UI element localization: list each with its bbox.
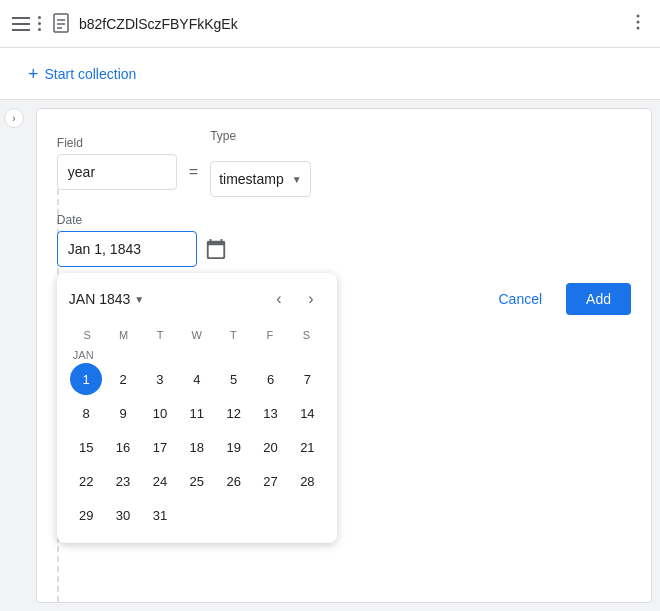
weekday-wed: W — [179, 325, 216, 345]
calendar-day[interactable]: 9 — [107, 397, 139, 429]
weekday-sun: S — [69, 325, 106, 345]
calendar-chevron-icon: ▼ — [134, 294, 144, 305]
field-type-row: Field = Type timestamp ▼ — [57, 129, 631, 197]
calendar-day[interactable]: 30 — [107, 499, 139, 531]
calendar-day[interactable]: 19 — [218, 431, 250, 463]
top-bar-icons — [12, 16, 41, 31]
calendar-day[interactable]: 12 — [218, 397, 250, 429]
weekday-fri: F — [252, 325, 289, 345]
calendar-day[interactable]: 26 — [218, 465, 250, 497]
document-icon — [53, 13, 71, 35]
calendar-next-button[interactable]: › — [297, 285, 325, 313]
calendar-day[interactable]: 27 — [255, 465, 287, 497]
equals-sign: = — [189, 163, 198, 181]
type-select-text: timestamp — [219, 171, 284, 187]
more-options-icon[interactable] — [628, 12, 648, 36]
calendar-day[interactable]: 3 — [144, 363, 176, 395]
date-input-row — [57, 231, 631, 267]
weekday-sat: S — [288, 325, 325, 345]
calendar-day[interactable]: 5 — [218, 363, 250, 395]
calendar-month-label: JAN — [73, 349, 325, 361]
calendar-day — [291, 499, 323, 531]
weekday-thu: T — [215, 325, 252, 345]
start-collection-label: Start collection — [45, 66, 137, 82]
calendar-day[interactable]: 4 — [181, 363, 213, 395]
calendar-day[interactable]: 10 — [144, 397, 176, 429]
weekday-tue: T — [142, 325, 179, 345]
svg-point-5 — [637, 20, 640, 23]
date-section: Date JAN 1843 ▼ ‹ — [57, 213, 631, 267]
calendar-weekdays: S M T W T F S — [69, 325, 325, 345]
calendar-icon-button[interactable] — [205, 238, 227, 260]
vertical-dots-icon[interactable] — [38, 16, 41, 31]
calendar-month-year-text: JAN 1843 — [69, 291, 130, 307]
main-content: › Field = Type timestamp ▼ Date — [0, 100, 660, 611]
calendar-day[interactable]: 1 — [70, 363, 102, 395]
plus-icon: + — [28, 65, 39, 83]
calendar-day[interactable]: 15 — [70, 431, 102, 463]
start-collection-button[interactable]: + Start collection — [16, 57, 148, 91]
calendar-day — [218, 499, 250, 531]
tab-title: b82fCZDlSczFBYFkKgEk — [79, 16, 620, 32]
calendar-day[interactable]: 14 — [291, 397, 323, 429]
chevron-down-icon: ▼ — [292, 174, 302, 185]
calendar-day[interactable]: 24 — [144, 465, 176, 497]
calendar-header: JAN 1843 ▼ ‹ › — [69, 285, 325, 313]
cancel-button[interactable]: Cancel — [482, 283, 558, 315]
calendar-day[interactable]: 20 — [255, 431, 287, 463]
field-column: Field — [57, 136, 177, 190]
calendar-day[interactable]: 18 — [181, 431, 213, 463]
calendar-day[interactable]: 16 — [107, 431, 139, 463]
calendar-day[interactable]: 22 — [70, 465, 102, 497]
svg-point-4 — [637, 14, 640, 17]
hamburger-icon[interactable] — [12, 17, 30, 31]
type-select[interactable]: timestamp ▼ — [210, 161, 310, 197]
side-toggle: › — [0, 100, 28, 611]
field-label: Field — [57, 136, 177, 150]
type-column: Type timestamp ▼ — [210, 129, 310, 197]
secondary-bar: + Start collection — [0, 48, 660, 100]
calendar-day[interactable]: 23 — [107, 465, 139, 497]
calendar-day — [181, 499, 213, 531]
date-input[interactable] — [57, 231, 197, 267]
calendar-month-year[interactable]: JAN 1843 ▼ — [69, 291, 144, 307]
calendar-day[interactable]: 28 — [291, 465, 323, 497]
svg-point-6 — [637, 26, 640, 29]
top-bar: b82fCZDlSczFBYFkKgEk — [0, 0, 660, 48]
field-input[interactable] — [57, 154, 177, 190]
calendar-dropdown: JAN 1843 ▼ ‹ › S M T W T F S — [57, 273, 337, 543]
calendar-day[interactable]: 6 — [255, 363, 287, 395]
form-panel: Field = Type timestamp ▼ Date — [36, 108, 652, 603]
type-label: Type — [210, 129, 310, 143]
calendar-day[interactable]: 11 — [181, 397, 213, 429]
calendar-day[interactable]: 29 — [70, 499, 102, 531]
svg-rect-0 — [54, 14, 68, 32]
calendar-day — [255, 499, 287, 531]
cal-nav: ‹ › — [265, 285, 325, 313]
calendar-days-grid: 1234567891011121314151617181920212223242… — [69, 363, 325, 531]
calendar-day[interactable]: 25 — [181, 465, 213, 497]
calendar-day[interactable]: 17 — [144, 431, 176, 463]
calendar-prev-button[interactable]: ‹ — [265, 285, 293, 313]
date-label: Date — [57, 213, 631, 227]
weekday-mon: M — [105, 325, 142, 345]
add-button[interactable]: Add — [566, 283, 631, 315]
calendar-day[interactable]: 21 — [291, 431, 323, 463]
calendar-day[interactable]: 8 — [70, 397, 102, 429]
side-panel-toggle[interactable]: › — [4, 108, 24, 128]
calendar-day[interactable]: 13 — [255, 397, 287, 429]
calendar-day[interactable]: 31 — [144, 499, 176, 531]
calendar-day[interactable]: 2 — [107, 363, 139, 395]
calendar-day[interactable]: 7 — [291, 363, 323, 395]
